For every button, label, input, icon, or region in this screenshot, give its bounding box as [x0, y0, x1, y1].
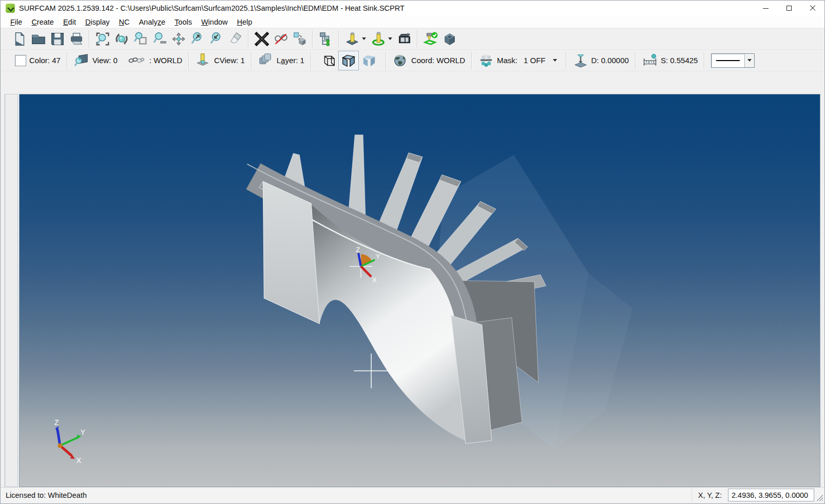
- menu-create[interactable]: Create: [27, 17, 59, 27]
- menu-window[interactable]: Window: [197, 17, 233, 27]
- menu-help[interactable]: Help: [233, 17, 257, 27]
- pan-icon: [171, 31, 186, 47]
- new-button[interactable]: [10, 29, 29, 48]
- zoom-in-button[interactable]: [188, 29, 207, 48]
- view-control[interactable]: View: 0: [74, 53, 118, 68]
- toolbar-separator: [635, 52, 636, 69]
- transform-icon: [292, 31, 308, 47]
- cview-label: CView: 1: [214, 56, 245, 65]
- open-button[interactable]: [29, 29, 48, 48]
- stock-cube-icon: [442, 31, 457, 47]
- new-file-icon: [12, 31, 27, 47]
- minimize-button[interactable]: [754, 1, 777, 16]
- cview-z-label: Z: [356, 246, 360, 254]
- world-y-label: Y: [81, 428, 86, 436]
- menu-file[interactable]: File: [6, 17, 27, 27]
- depth-icon: [573, 53, 588, 68]
- toolbar-separator: [386, 52, 387, 69]
- mask-value: 1 OFF: [524, 56, 546, 65]
- status-bar: Licensed to: WhiteDeath X, Y, Z: 2.4936,…: [1, 487, 824, 502]
- toolpath-pocket-button[interactable]: [369, 29, 388, 48]
- cview-control[interactable]: CView: 1: [196, 53, 245, 68]
- print-button[interactable]: [67, 29, 86, 48]
- zoom-window-button[interactable]: [131, 29, 150, 48]
- graphics-viewport[interactable]: Z Y X Z Y X: [19, 94, 820, 487]
- pan-button[interactable]: [169, 29, 188, 48]
- toolpath-mill-dropdown[interactable]: [362, 37, 366, 40]
- layer-control[interactable]: Layer: 1: [258, 53, 304, 68]
- zoom-out-button[interactable]: [207, 29, 226, 48]
- depth-label: D: 0.00000: [591, 56, 629, 65]
- color-swatch[interactable]: [15, 55, 26, 66]
- license-text: Licensed to: WhiteDeath: [6, 491, 87, 499]
- zoom-out-icon: [209, 31, 224, 47]
- open-folder-icon: [31, 31, 46, 47]
- delete-button[interactable]: [252, 29, 271, 48]
- mask-control[interactable]: Mask: 1 OFF: [478, 53, 560, 68]
- xyz-value: 2.4936, 3.9655, 0.0000: [728, 489, 814, 501]
- mask-dropdown[interactable]: [553, 59, 557, 62]
- menu-edit[interactable]: Edit: [59, 17, 81, 27]
- save-button[interactable]: [48, 29, 67, 48]
- coord-system-control[interactable]: Coord: WORLD: [393, 53, 465, 68]
- menu-analyze[interactable]: Analyze: [134, 17, 170, 27]
- surfcam-app-icon: [6, 4, 15, 13]
- hide-button[interactable]: [271, 29, 290, 48]
- line-style-select[interactable]: [711, 53, 755, 68]
- shaded-view-button[interactable]: [359, 51, 379, 70]
- world-z-label: Z: [54, 418, 59, 427]
- zoom-window-icon: [133, 31, 148, 47]
- mask-label: Mask:: [497, 56, 517, 65]
- close-button[interactable]: [801, 1, 824, 16]
- collapsed-panel-strip[interactable]: [5, 94, 18, 487]
- toolbar-separator: [704, 52, 705, 69]
- zoom-extents-button[interactable]: [93, 29, 112, 48]
- toolbar-separator: [311, 52, 312, 69]
- main-toolbar: [1, 28, 824, 50]
- menu-display[interactable]: Display: [81, 17, 114, 27]
- heat-sink-left-wall: [259, 182, 319, 324]
- resize-grip[interactable]: [815, 488, 824, 502]
- viewport-canvas[interactable]: Z Y X Z Y X: [20, 94, 820, 487]
- zoom-previous-button[interactable]: [150, 29, 169, 48]
- redraw-button[interactable]: [226, 29, 245, 48]
- menu-nc[interactable]: NC: [114, 17, 134, 27]
- save-floppy-icon: [50, 31, 65, 47]
- shaded-edges-view-button[interactable]: [338, 51, 359, 70]
- line-style-dropdown[interactable]: [744, 54, 754, 67]
- work-area: Z Y X Z Y X: [1, 94, 824, 487]
- toolbar-separator: [67, 52, 68, 69]
- empty-toolbar-dock: [1, 71, 824, 94]
- wireframe-view-button[interactable]: [318, 51, 338, 70]
- menu-tools[interactable]: Tools: [170, 17, 197, 27]
- redraw-brush-icon: [228, 31, 243, 47]
- mask-icon: [478, 53, 494, 68]
- verify-button[interactable]: [421, 29, 440, 48]
- menu-bar: FileCreateEditDisplayNCAnalyzeToolsWindo…: [1, 16, 824, 28]
- chevron-down-icon: [747, 59, 752, 62]
- world-plane-control[interactable]: : WORLD: [126, 53, 182, 68]
- toolbar-separator: [566, 52, 567, 69]
- transform-button[interactable]: [290, 29, 309, 48]
- operations-tree-button[interactable]: [316, 29, 335, 48]
- toolpath-mill-button[interactable]: [342, 29, 361, 48]
- coord-label: Coord: WORLD: [411, 56, 465, 65]
- toolpath-pocket-dropdown[interactable]: [388, 37, 392, 40]
- scale-control[interactable]: S: 0.55425: [642, 53, 698, 68]
- layers-icon: [258, 53, 274, 68]
- color-control[interactable]: Color: 47: [15, 55, 61, 66]
- toolbar-separator: [89, 30, 90, 48]
- depth-control[interactable]: D: 0.00000: [573, 53, 629, 68]
- maximize-button[interactable]: [777, 1, 801, 16]
- stock-button[interactable]: [440, 29, 459, 48]
- rotate-view-button[interactable]: [112, 29, 131, 48]
- delete-x-icon: [254, 31, 270, 47]
- layer-label: Layer: 1: [277, 56, 304, 65]
- hide-glasses-icon: [273, 31, 289, 47]
- rotate-icon: [114, 31, 129, 47]
- view-toolbar: Color: 47 View: 0 : WORLD CView: 1: [1, 50, 824, 71]
- cview-icon: [196, 53, 211, 68]
- planes-glasses-icon: [126, 53, 146, 68]
- world-axis-triad: Z Y X: [54, 418, 86, 464]
- machine-simulation-button[interactable]: [395, 29, 414, 48]
